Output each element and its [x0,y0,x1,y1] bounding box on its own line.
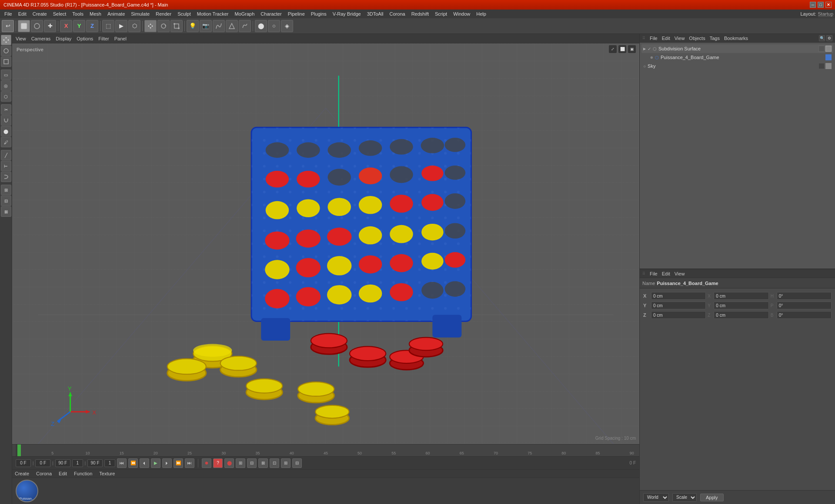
menu-window[interactable]: Window [451,10,473,17]
menu-animate[interactable]: Animate [105,10,127,17]
viewport-nav-expand[interactable]: ⤢ [609,45,617,53]
motion1-button[interactable]: ⊞ [236,458,245,468]
record-button[interactable]: ⏺ [202,458,211,468]
motion4-button[interactable]: ⊡ [270,458,279,468]
goto-end-button[interactable]: ⏭ [185,458,194,468]
toolbar-camera[interactable]: 📷 [200,20,212,32]
menu-render[interactable]: Render [153,10,174,17]
viewport-menu-filter[interactable]: Filter [98,36,109,41]
menu-create[interactable]: Create [30,10,50,17]
tool-rotate[interactable] [1,46,11,56]
om-filter-icon[interactable]: ⚙ [826,35,832,41]
layout-value[interactable]: Startup [818,11,833,17]
om-vis-icon[interactable] [818,46,825,52]
toolbar-mode-object[interactable] [18,20,30,32]
attr-x-rot[interactable] [714,292,768,300]
om-item-sky[interactable]: ○ Sky [641,62,833,70]
viewport-menu-display[interactable]: Display [56,36,71,41]
frame-step-input[interactable] [72,459,83,467]
attr-menu-file[interactable]: File [650,271,658,276]
om-menu-objects[interactable]: Objects [689,36,705,41]
coord-system-select[interactable]: World Object [643,493,669,502]
goto-start-button[interactable]: ⏮ [117,458,127,468]
tool-select-live[interactable]: ⬡ [1,91,11,102]
menu-mograph[interactable]: MoGraph [232,10,257,17]
tool-move[interactable] [1,35,11,45]
menu-file[interactable]: File [2,10,15,17]
menu-tools[interactable]: Tools [70,10,86,17]
tool-measure[interactable]: ⊢ [1,161,11,171]
tool-scale[interactable] [1,56,11,67]
mat-corona[interactable]: Corona [36,471,52,476]
playhead[interactable] [17,444,21,456]
tool-select-lasso[interactable]: ◎ [1,80,11,91]
viewport-nav-camera[interactable]: ▣ [628,45,636,53]
toolbar-floor[interactable]: ⬤ [255,20,267,32]
tool-line[interactable]: ╱ [1,150,11,160]
om-menu-tags[interactable]: Tags [710,36,720,41]
toolbar-render-region[interactable]: ⬚ [102,20,114,32]
tool-grid[interactable]: ⊞ [1,185,11,195]
menu-3dto[interactable]: 3DToAll [364,10,386,17]
mat-texture[interactable]: Texture [99,471,115,476]
menu-edit[interactable]: Edit [16,10,29,17]
motion3-button[interactable]: ⊠ [258,458,268,468]
om-menu-view[interactable]: View [675,36,685,41]
menu-redshift[interactable]: Redshift [409,10,431,17]
menu-select[interactable]: Select [50,10,69,17]
frame-end-input[interactable] [55,459,70,467]
viewport-menu-panel[interactable]: Panel [114,36,127,41]
om-item-subdivision[interactable]: ▶ ✓ ⬡ Subdivision Surface [641,44,833,53]
toolbar-axis-x[interactable]: X [60,20,72,32]
frame-current-input[interactable] [35,459,50,467]
close-button[interactable]: ✕ [825,2,832,8]
toolbar-undo[interactable]: ↩ [2,20,14,32]
attr-b-val[interactable] [777,311,832,319]
viewport[interactable]: Perspective ⤢ ⬜ ▣ [12,43,639,444]
keyframe-button[interactable]: ? [213,458,223,468]
tool-mirror[interactable]: ⊠ [1,206,11,217]
attr-y-rot[interactable] [714,302,768,309]
tool-snap[interactable]: ⊟ [1,196,11,206]
tool-select-rect[interactable]: ▭ [1,70,11,80]
menu-script[interactable]: Script [432,10,450,17]
step-forward-button[interactable]: ⏵ [162,458,172,468]
attr-menu-edit[interactable]: Edit [662,271,670,276]
step-back-button[interactable]: ⏴ [140,458,149,468]
motion2-button[interactable]: ⊟ [247,458,257,468]
attr-menu-view[interactable]: View [675,271,685,276]
menu-character[interactable]: Character [258,10,284,17]
material-thumb[interactable]: Puissan... [16,480,38,502]
apply-button[interactable]: Apply [700,494,724,501]
toolbar-rotate[interactable] [157,20,170,32]
toolbar-scale[interactable] [170,20,183,32]
timeline-ruler[interactable]: 0 5 10 15 20 25 30 35 40 45 50 55 60 65 … [17,444,636,456]
om-search-icon[interactable]: 🔍 [819,35,825,41]
tool-paint[interactable]: 🖊 [1,137,11,147]
menu-pipeline[interactable]: Pipeline [285,10,307,17]
toolbar-axis-z[interactable]: Z [86,20,98,32]
attr-z-rot[interactable] [714,311,768,319]
toolbar-axis-y[interactable]: Y [73,20,85,32]
viewport-nav-grid[interactable]: ⬜ [618,45,626,53]
frame-step2-input[interactable] [104,459,115,467]
tool-bend[interactable] [1,172,11,182]
tool-knife[interactable]: ✂ [1,104,11,115]
attr-z-pos[interactable] [651,311,706,319]
om-item-puissance[interactable]: ⊕ ⬡ Puissance_4_Board_Game [641,53,833,62]
menu-mesh[interactable]: Mesh [87,10,104,17]
menu-plugins[interactable]: Plugins [308,10,329,17]
scale-select[interactable]: Scale [672,493,697,502]
tool-brush[interactable]: ⬤ [1,126,11,136]
toolbar-generator[interactable] [226,20,238,32]
play-back-button[interactable]: ⏪ [128,458,138,468]
autokey-button[interactable]: ⬤ [224,458,234,468]
menu-motion-tracker[interactable]: Motion Tracker [194,10,231,17]
toolbar-env[interactable]: ◈ [281,20,293,32]
om-menu-file[interactable]: File [650,36,658,41]
viewport-menu-cameras[interactable]: Cameras [31,36,51,41]
menu-help[interactable]: Help [474,10,489,17]
toolbar-render-all[interactable]: ⬡ [128,20,140,32]
toolbar-light[interactable]: 💡 [187,20,199,32]
tool-magnet[interactable] [1,115,11,126]
